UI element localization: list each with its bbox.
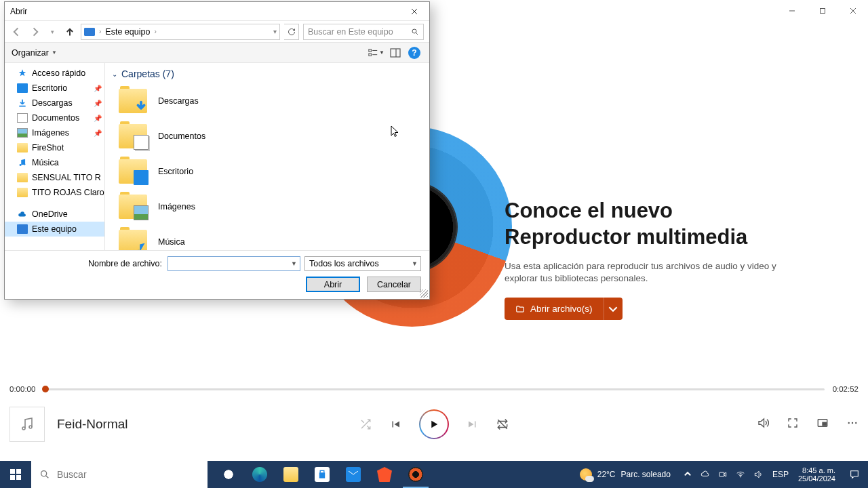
resize-grip[interactable]: [420, 289, 428, 298]
tree-item-escritorio[interactable]: Escritorio📌: [5, 81, 104, 96]
tree-item-este-equipo[interactable]: Este equipo: [5, 222, 104, 237]
refresh-button[interactable]: [284, 24, 299, 40]
pin-icon: 📌: [94, 115, 102, 122]
folder-documentos[interactable]: Documentos: [112, 119, 422, 154]
repeat-button[interactable]: [496, 418, 509, 430]
system-tray[interactable]: [677, 470, 768, 479]
svg-rect-18: [369, 53, 372, 56]
view-mode-button[interactable]: ▼: [368, 45, 384, 60]
shuffle-button[interactable]: [359, 418, 372, 430]
nav-back-button[interactable]: [10, 25, 24, 39]
filename-input[interactable]: ▼: [167, 256, 300, 271]
task-apps: [213, 461, 431, 488]
folder-imágenes[interactable]: Imágenes: [112, 189, 422, 224]
wifi-icon[interactable]: [736, 470, 745, 479]
tray-overflow-icon[interactable]: [683, 470, 692, 479]
notifications-button[interactable]: [841, 469, 868, 480]
weather-icon: [580, 468, 592, 481]
playback-controls: [359, 409, 509, 439]
svg-line-27: [46, 476, 49, 479]
previous-button[interactable]: [389, 418, 401, 430]
filename-history-button[interactable]: ▼: [291, 260, 297, 267]
svg-point-24: [23, 163, 25, 165]
taskbar-app-cortana[interactable]: [213, 461, 244, 488]
fullscreen-button[interactable]: [787, 417, 799, 432]
next-button[interactable]: [467, 418, 479, 430]
dialog-search-input[interactable]: Buscar en Este equipo: [303, 24, 424, 40]
tree-item-documentos[interactable]: Documentos📌: [5, 110, 104, 125]
address-history-button[interactable]: ▾: [273, 28, 277, 35]
filename-text[interactable]: [172, 259, 291, 268]
nav-forward-button[interactable]: [28, 25, 41, 39]
close-button[interactable]: [837, 0, 868, 22]
nav-up-button[interactable]: [63, 25, 77, 39]
tree-item-imágenes[interactable]: Imágenes📌: [5, 125, 104, 140]
open-files-dropdown[interactable]: [604, 298, 623, 320]
nav-recent-button[interactable]: ▾: [45, 25, 59, 39]
meet-now-icon[interactable]: [718, 470, 728, 479]
taskbar-search[interactable]: Buscar: [31, 461, 208, 488]
taskbar-app-store[interactable]: [307, 461, 338, 488]
open-files-button[interactable]: Abrir archivo(s): [505, 298, 604, 320]
tree-item-onedrive[interactable]: OneDrive: [5, 207, 104, 222]
taskbar-app-mediaplayer[interactable]: [400, 461, 431, 488]
cancel-button[interactable]: Cancelar: [367, 277, 421, 292]
folder-content[interactable]: ⌄ Carpetas (7) DescargasDocumentosEscrit…: [105, 63, 429, 250]
volume-button[interactable]: [757, 417, 769, 432]
tree-item-sensual-tito-r[interactable]: SENSUAL TITO R: [5, 170, 104, 185]
folder-descargas[interactable]: Descargas: [112, 83, 422, 119]
taskbar-time: 8:45 a. m.: [798, 466, 835, 474]
taskbar-lang[interactable]: ESP: [768, 470, 793, 479]
chevron-down-icon: ⌄: [112, 70, 117, 78]
play-icon: [428, 418, 440, 430]
more-button[interactable]: [846, 417, 859, 432]
chevron-down-icon: ▼: [412, 260, 418, 267]
nav-tree[interactable]: Acceso rápidoEscritorio📌Descargas📌Docume…: [5, 63, 105, 250]
tree-item-música[interactable]: Música: [5, 155, 104, 170]
open-files-group: Abrir archivo(s): [505, 298, 789, 320]
play-button[interactable]: [419, 409, 449, 439]
help-button[interactable]: ?: [406, 45, 422, 60]
folder-música[interactable]: Música: [112, 224, 422, 250]
taskbar-app-edge[interactable]: [244, 461, 275, 488]
folder-icon: [119, 159, 147, 184]
taskbar-app-brave[interactable]: [369, 461, 400, 488]
folder-escritorio[interactable]: Escritorio: [112, 154, 422, 189]
tree-item-descargas[interactable]: Descargas📌: [5, 96, 104, 110]
taskbar-weather[interactable]: 22°C Parc. soleado: [573, 468, 677, 481]
taskbar-clock[interactable]: 8:45 a. m. 25/04/2024: [793, 466, 841, 483]
tree-item-tito-rojas-claro[interactable]: TITO ROJAS Claro: [5, 185, 104, 200]
start-button[interactable]: [0, 461, 31, 488]
maximize-button[interactable]: [807, 0, 837, 22]
group-header-folders[interactable]: ⌄ Carpetas (7): [112, 67, 422, 83]
organize-menu[interactable]: Organizar ▼: [12, 48, 57, 58]
open-button[interactable]: Abrir: [306, 277, 360, 292]
taskbar-app-mail[interactable]: [338, 461, 369, 488]
group-header-label: Carpetas (7): [121, 68, 174, 79]
chevron-right-icon: ›: [154, 28, 156, 35]
taskbar-search-placeholder: Buscar: [57, 469, 87, 480]
breadcrumb-this-pc[interactable]: Este equipo: [105, 27, 150, 37]
pin-icon: 📌: [94, 85, 102, 92]
minimize-button[interactable]: [776, 0, 807, 22]
address-bar[interactable]: › Este equipo › ▾: [81, 24, 280, 40]
pin-icon: 📌: [94, 100, 102, 107]
search-icon: [39, 469, 50, 480]
taskbar-app-explorer[interactable]: [275, 461, 307, 488]
progress-thumb[interactable]: [42, 386, 49, 392]
taskbar-date: 25/04/2024: [798, 474, 835, 483]
dialog-close-button[interactable]: [401, 3, 428, 20]
miniplayer-button[interactable]: [816, 417, 829, 432]
filetype-filter[interactable]: Todos los archivos ▼: [304, 256, 421, 271]
volume-tray-icon[interactable]: [753, 470, 763, 479]
svg-point-10: [848, 422, 850, 424]
progress-slider[interactable]: [43, 388, 824, 390]
tree-item-fireshot[interactable]: FireShot: [5, 140, 104, 155]
tree-item-acceso-rápido[interactable]: Acceso rápido: [5, 66, 104, 81]
filetype-label: Todos los archivos: [309, 259, 379, 268]
album-art-placeholder: [9, 407, 45, 442]
dialog-titlebar[interactable]: Abrir: [5, 2, 429, 21]
preview-pane-button[interactable]: [387, 45, 403, 60]
weather-temp: 22°C: [597, 470, 616, 479]
onedrive-tray-icon[interactable]: [701, 470, 710, 479]
